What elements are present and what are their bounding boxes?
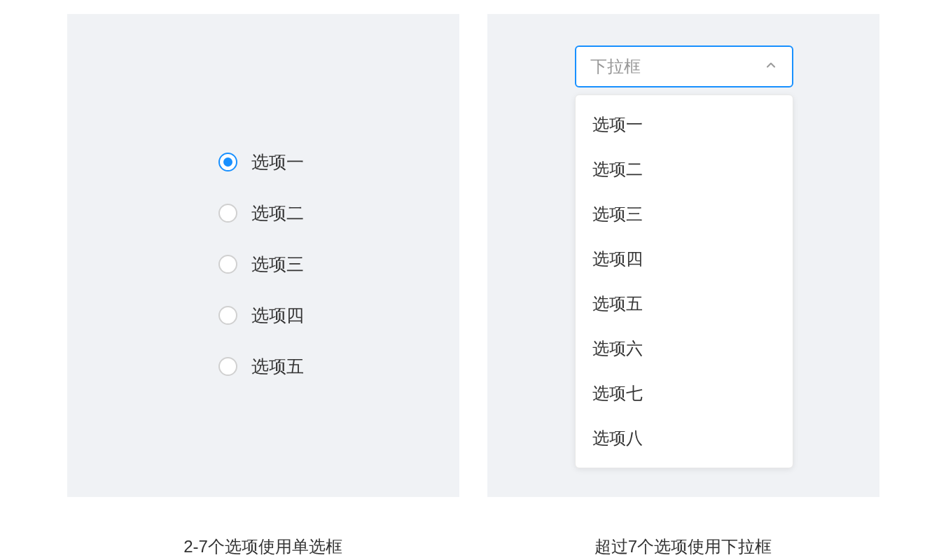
radio-panel: 选项一 选项二 选项三 选项四 选项五 <box>67 14 459 497</box>
dropdown-option-8[interactable]: 选项八 <box>576 416 793 461</box>
radio-label: 选项四 <box>251 304 304 327</box>
radio-circle-icon <box>218 357 237 376</box>
radio-option-3[interactable]: 选项三 <box>218 253 304 276</box>
radio-circle-icon <box>218 153 237 172</box>
radio-label: 选项五 <box>251 355 304 378</box>
dropdown-option-5[interactable]: 选项五 <box>576 281 793 326</box>
radio-circle-icon <box>218 306 237 325</box>
dropdown-panel-caption: 超过7个选项使用下拉框 <box>594 536 772 558</box>
chevron-up-icon <box>764 58 778 75</box>
radio-option-5[interactable]: 选项五 <box>218 355 304 378</box>
radio-option-1[interactable]: 选项一 <box>218 150 304 174</box>
dropdown-option-4[interactable]: 选项四 <box>576 237 793 281</box>
radio-label: 选项二 <box>251 202 304 225</box>
dropdown-placeholder: 下拉框 <box>590 55 641 78</box>
radio-label: 选项一 <box>251 150 304 174</box>
radio-label: 选项三 <box>251 253 304 276</box>
radio-option-4[interactable]: 选项四 <box>218 304 304 327</box>
dropdown-option-2[interactable]: 选项二 <box>576 147 793 192</box>
radio-option-2[interactable]: 选项二 <box>218 202 304 225</box>
radio-circle-icon <box>218 255 237 274</box>
dropdown-trigger[interactable]: 下拉框 <box>575 46 793 88</box>
radio-circle-icon <box>218 204 237 223</box>
radio-panel-caption: 2-7个选项使用单选框 <box>183 536 342 558</box>
dropdown-menu: 选项一 选项二 选项三 选项四 选项五 选项六 选项七 选项八 <box>575 94 793 468</box>
dropdown-option-7[interactable]: 选项七 <box>576 371 793 416</box>
dropdown-panel: 下拉框 选项一 选项二 选项三 选项四 选项五 选项六 选项七 选项八 <box>487 14 879 497</box>
dropdown-option-1[interactable]: 选项一 <box>576 102 793 147</box>
radio-group: 选项一 选项二 选项三 选项四 选项五 <box>218 150 304 378</box>
dropdown-option-3[interactable]: 选项三 <box>576 192 793 237</box>
dropdown-option-6[interactable]: 选项六 <box>576 326 793 371</box>
radio-dot-icon <box>223 158 232 167</box>
